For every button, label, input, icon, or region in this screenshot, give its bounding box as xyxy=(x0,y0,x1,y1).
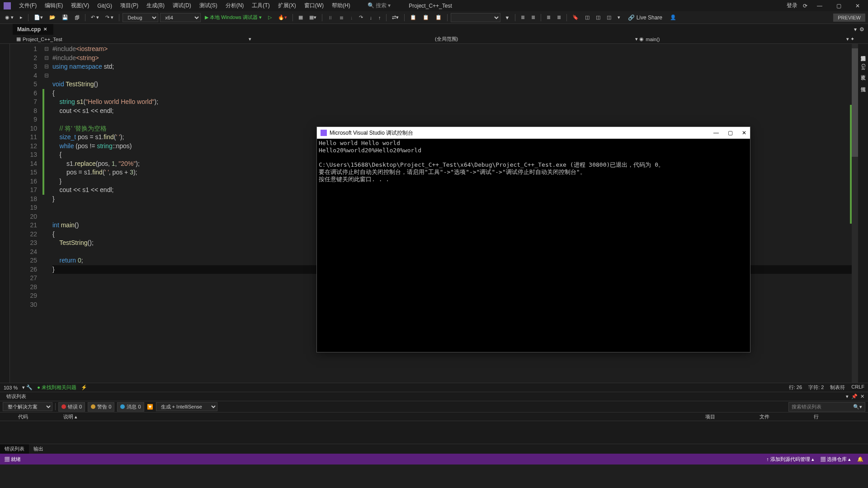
navigation-bar: ▦ Project_C++_Test ▾ (全局范围) ▾ ◉ main() ▾… xyxy=(0,35,868,44)
menu-item[interactable]: 项目(P) xyxy=(117,0,142,11)
eol-mode[interactable]: CRLF xyxy=(851,384,864,391)
context-func[interactable]: ▾ ◉ main() xyxy=(632,36,662,42)
save-all-icon[interactable]: 🗐 xyxy=(72,14,82,22)
tb-icon-10[interactable]: ≣ xyxy=(544,13,553,22)
panel-close-icon[interactable]: ✕ xyxy=(860,394,864,399)
tb-icon-12[interactable]: 🔖 xyxy=(570,13,581,22)
tb-icon-5[interactable]: 📋 xyxy=(420,13,431,22)
feedback-icon[interactable]: 👤 xyxy=(668,13,679,22)
start-debug-button[interactable]: ▶ 本地 Windows 调试器 ▾ xyxy=(203,13,264,22)
menu-item[interactable]: 生成(B) xyxy=(143,0,168,11)
tb-stepu-icon[interactable]: ↑ xyxy=(376,14,383,22)
menu-item[interactable]: 分析(N) xyxy=(222,0,248,11)
maximize-button[interactable]: ▢ xyxy=(832,1,845,11)
error-search[interactable]: 搜索错误列表🔍▾ xyxy=(788,402,865,412)
menu-item[interactable]: 编辑(E) xyxy=(41,0,66,11)
tab-output[interactable]: 输出 xyxy=(29,444,48,454)
tab-error-list[interactable]: 错误列表 xyxy=(0,444,29,454)
tb-icon-13[interactable]: ◫ xyxy=(583,13,592,22)
panel-dropdown-icon[interactable]: ▾ xyxy=(846,394,849,399)
errors-filter[interactable]: 错误 0 xyxy=(58,402,85,412)
minimize-button[interactable]: — xyxy=(813,1,826,11)
context-scope[interactable]: (全局范围) xyxy=(432,36,461,42)
col-project[interactable]: 项目 xyxy=(705,413,741,420)
tb-icon-7[interactable]: ▼ xyxy=(502,14,512,22)
tb-stepi-icon[interactable]: ↓ xyxy=(367,14,374,22)
fold-column[interactable]: ⊟⊟⊟⊟ xyxy=(44,44,51,383)
tab-gear-icon[interactable]: ⚙ xyxy=(859,26,864,33)
tb-icon-2[interactable]: ▦▾ xyxy=(307,13,319,22)
tab-git-changes[interactable]: Git 更改 xyxy=(858,60,868,75)
open-icon[interactable]: 📂 xyxy=(47,13,58,22)
close-button[interactable]: ✕ xyxy=(851,1,864,11)
tb-step-icon[interactable]: ↓ xyxy=(348,14,355,22)
context-project[interactable]: ▦ Project_C++_Test xyxy=(14,36,65,42)
bell-icon[interactable]: 🔔 xyxy=(857,456,863,462)
tab-dropdown-icon[interactable]: ▾ xyxy=(854,26,857,33)
col-file[interactable]: 文件 xyxy=(760,413,796,420)
indent-mode[interactable]: 制表符 xyxy=(830,384,845,391)
tb-icon-4[interactable]: 📋 xyxy=(408,13,419,22)
menu-item[interactable]: 工具(T) xyxy=(248,0,273,11)
save-icon[interactable]: 💾 xyxy=(60,13,71,22)
tab-properties[interactable]: 属性 xyxy=(858,80,868,87)
console-close[interactable]: ✕ xyxy=(742,130,746,136)
new-file-icon[interactable]: 📄▾ xyxy=(32,13,45,22)
tb-icon-11[interactable]: ≣ xyxy=(555,13,563,22)
menu-item[interactable]: 窗口(W) xyxy=(301,0,327,11)
tb-stop-icon[interactable]: ⏹ xyxy=(337,14,346,22)
config-select[interactable]: Debug xyxy=(123,13,158,22)
tab-solution-explorer[interactable]: 解决方案资源管理器 xyxy=(858,48,868,56)
zoom-level[interactable]: 103 % xyxy=(4,385,18,390)
hot-reload-icon[interactable]: 🔥▾ xyxy=(276,13,289,22)
nav-back-icon[interactable]: ◉ ▾ xyxy=(3,13,16,22)
issues-indicator[interactable]: ● 未找到相关问题 xyxy=(37,384,76,391)
tb-icon-3[interactable]: ⇄▾ xyxy=(390,13,401,22)
messages-filter[interactable]: 消息 0 xyxy=(117,402,144,412)
col-line[interactable]: 行 xyxy=(814,413,850,420)
scope-select[interactable]: 整个解决方案 xyxy=(3,402,52,411)
menu-item[interactable]: 测试(S) xyxy=(196,0,221,11)
tb-stepo-icon[interactable]: ↷ xyxy=(357,13,365,22)
redo-icon[interactable]: ↷ ▾ xyxy=(103,13,116,22)
console-minimize[interactable]: — xyxy=(713,130,719,136)
menu-item[interactable]: 文件(F) xyxy=(15,0,40,11)
live-share-button[interactable]: 🔗 Live Share xyxy=(624,13,666,22)
tb-icon-16[interactable]: ▾ xyxy=(615,13,623,22)
menu-item[interactable]: 调试(D) xyxy=(169,0,195,11)
tb-icon-15[interactable]: ◫ xyxy=(604,13,613,22)
error-columns: 代码 说明 ▴ 项目 文件 行 xyxy=(0,412,868,421)
vertical-scrollbar[interactable] xyxy=(852,44,858,383)
tb-combo[interactable] xyxy=(451,13,500,22)
tb-icon-1[interactable]: ▦ xyxy=(296,13,305,22)
tb-icon-14[interactable]: ◫ xyxy=(594,13,603,22)
console-titlebar[interactable]: Microsoft Visual Studio 调试控制台 — ▢ ✕ xyxy=(317,127,750,139)
filter-icon[interactable]: 🔽 xyxy=(147,404,153,410)
nav-fwd-icon[interactable]: ▸ xyxy=(18,13,25,22)
start-nodebug-button[interactable]: ▷ xyxy=(266,13,274,22)
col-code[interactable]: 代码 xyxy=(18,413,45,420)
console-maximize[interactable]: ▢ xyxy=(728,130,733,136)
menu-item[interactable]: 帮助(H) xyxy=(328,0,354,11)
panel-pin-icon[interactable]: 📌 xyxy=(851,394,858,399)
menu-item[interactable]: 扩展(X) xyxy=(274,0,300,11)
sync-icon[interactable]: ⟳ xyxy=(803,3,807,9)
build-select[interactable]: 生成 + IntelliSense xyxy=(156,402,217,411)
global-search[interactable]: 🔍 搜索 ▾ xyxy=(364,1,395,10)
menu-item[interactable]: Git(G) xyxy=(94,1,116,10)
undo-icon[interactable]: ↶ ▾ xyxy=(89,13,101,22)
select-repo[interactable]: ▦ 选择仓库 ▴ xyxy=(821,456,851,463)
tb-icon-6[interactable]: 📋 xyxy=(433,13,444,22)
platform-select[interactable]: x64 xyxy=(160,13,201,22)
login-button[interactable]: 登录 xyxy=(787,2,797,9)
tb-pause-icon[interactable]: ⏸ xyxy=(326,14,335,22)
bottom-tabs: 错误列表 输出 xyxy=(0,444,868,454)
tb-icon-9[interactable]: ≣ xyxy=(529,13,538,22)
col-desc[interactable]: 说明 ▴ xyxy=(63,413,687,420)
warnings-filter[interactable]: 警告 0 xyxy=(88,402,114,412)
tab-close-icon[interactable]: ✕ xyxy=(43,27,49,32)
tab-main-cpp[interactable]: Main.cpp ✕ xyxy=(13,24,53,35)
tb-icon-8[interactable]: ≣ xyxy=(519,13,527,22)
add-to-source-control[interactable]: ↑ 添加到源代码管理 ▴ xyxy=(766,456,814,463)
menu-item[interactable]: 视图(V) xyxy=(67,0,93,11)
